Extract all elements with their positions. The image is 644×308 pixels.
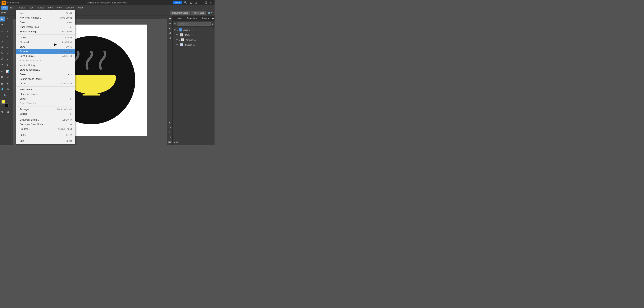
direct-selection-tool[interactable]: ↖ [5, 17, 10, 22]
menu-close[interactable]: Close Ctrl+W [16, 35, 75, 40]
menu-object[interactable]: Object [16, 6, 27, 10]
menu-package[interactable]: Package... Alt+Shift+Ctrl+P [16, 107, 75, 112]
image-layer-row[interactable]: 👁 · I <Image> [175, 42, 214, 47]
menu-select[interactable]: Select [36, 6, 46, 10]
measure-tool[interactable]: ⚖ [5, 86, 10, 91]
close-button[interactable]: ✕ [209, 1, 213, 5]
group-expand-arrow[interactable]: ▶ [179, 39, 180, 41]
menu-browse-bridge[interactable]: Browse in Bridge... Alt+Ctrl+O [16, 29, 75, 34]
pathfinder-tool[interactable]: ♦ [168, 26, 172, 30]
delete-layer-button[interactable]: 🗑 [176, 141, 178, 144]
align-top-tool[interactable]: ⬒ [168, 17, 172, 21]
layer-target-circle[interactable] [190, 29, 192, 31]
preferences-button[interactable]: Preferences [191, 11, 206, 15]
image-visibility-toggle[interactable]: 👁 [176, 44, 178, 46]
menu-place[interactable]: Place... Shift+Ctrl+P [16, 81, 75, 86]
type-tool[interactable]: T [0, 34, 5, 39]
menu-new[interactable]: New... Ctrl+N [16, 11, 75, 16]
magic-wand-tool[interactable]: ✦ [0, 22, 5, 27]
rotate-tool[interactable]: ↺ [0, 57, 5, 62]
menu-scripts[interactable]: Scripts ▶ [16, 112, 75, 116]
search-button[interactable]: 🔍 [183, 1, 188, 5]
menu-view[interactable]: View [55, 6, 64, 10]
menu-save-as[interactable]: Save As... Shift+Ctrl+S [16, 49, 75, 54]
screen-mode-button[interactable]: ⬚ [2, 116, 8, 121]
toolbar-extra-button[interactable]: ⚙️ ▾ [207, 11, 214, 15]
line-tool[interactable]: ╱ [0, 39, 5, 44]
search-filter-icon[interactable]: ⊘ [212, 23, 214, 25]
add-layer-button[interactable]: + [174, 141, 175, 144]
scale-tool[interactable]: ⤢ [5, 57, 10, 62]
type-side-tool[interactable]: T [168, 116, 172, 120]
layer-visibility-toggle[interactable]: 👁 [174, 29, 176, 31]
menu-open[interactable]: Open... Ctrl+O [16, 20, 75, 25]
more-tools-button[interactable]: ··· [2, 139, 8, 144]
zoom-tool[interactable]: 🔍 [0, 93, 10, 98]
layer-1-row[interactable]: 👁 ▶ L Layer 1 [172, 28, 214, 33]
curvature-tool[interactable]: ∿ [5, 29, 10, 34]
path-layer-row[interactable]: 👁 · P <Path> [175, 33, 214, 37]
menu-type[interactable]: Type [27, 6, 36, 10]
image-tool[interactable]: 🖼 [168, 31, 172, 35]
artboard-tool[interactable]: ⊠ [0, 74, 5, 79]
restore-button[interactable]: ❐ [204, 1, 208, 5]
column-graph-tool[interactable]: 📊 [5, 69, 10, 74]
crop-tool[interactable]: ⊞ [168, 36, 172, 40]
eraser-tool[interactable]: ◻ [5, 50, 10, 55]
menu-revert[interactable]: Revert F12 [16, 72, 75, 77]
path-visibility-toggle[interactable]: 👁 [176, 34, 178, 36]
tab-tool[interactable]: ⇥ [168, 135, 172, 139]
shaper-tool[interactable]: ⬡ [0, 50, 5, 55]
glyphs-tool[interactable]: ⌨ [168, 140, 172, 144]
eyedropper-tool[interactable]: 💧 [0, 86, 5, 91]
warp-tool[interactable]: ≈ [0, 62, 5, 67]
search-input[interactable] [177, 22, 211, 26]
menu-print[interactable]: Print... Ctrl+P [16, 133, 75, 137]
menu-help[interactable]: Help [76, 6, 85, 10]
menu-save[interactable]: Save Ctrl+S [16, 45, 75, 49]
gradient-tool[interactable]: ▦ [0, 81, 5, 86]
menu-version-history[interactable]: Version History [16, 63, 75, 68]
arrange-button[interactable]: ⊞ [189, 1, 193, 5]
free-transform-tool[interactable]: ⊹ [5, 62, 10, 67]
menu-document-color-mode[interactable]: Document Color Mode ▶ [16, 122, 75, 127]
transform-tool[interactable]: ⊕ [168, 21, 172, 26]
pen-tool[interactable]: ✒ [0, 29, 5, 34]
blend-tool[interactable]: ∞ [0, 69, 5, 74]
fullscreen-button[interactable]: □ [194, 1, 198, 5]
share-button[interactable]: Share [173, 1, 182, 5]
menu-search-stock[interactable]: Search Adobe Stock... [16, 77, 75, 81]
group-layer-row[interactable]: 👁 ▶ G <Group> [175, 37, 214, 42]
minimize-button[interactable]: — [198, 1, 203, 5]
selection-tool[interactable]: ▶ [0, 17, 5, 22]
document-setup-button[interactable]: Document Setup [170, 11, 190, 15]
image-target-circle[interactable] [193, 44, 195, 46]
group-target-circle[interactable] [194, 39, 196, 41]
touch-type-tool[interactable]: T̲ [5, 34, 10, 39]
menu-save-copy[interactable]: Save a Copy... Alt+Ctrl+S [16, 54, 75, 58]
stroke-color[interactable] [5, 104, 8, 107]
paintbrush-tool[interactable]: 🖌 [0, 45, 5, 50]
fill-color[interactable] [2, 100, 5, 104]
menu-document-setup[interactable]: Document Setup... Alt+Ctrl+P [16, 118, 75, 122]
slice-tool[interactable]: ⊡ [5, 74, 10, 79]
layer-expand-arrow[interactable]: ▶ [176, 29, 178, 31]
tab-layers[interactable]: Layers [172, 16, 186, 21]
menu-new-from-template[interactable]: New from Template... Shift+Ctrl+N [16, 16, 75, 20]
menu-share-review[interactable]: Share for Review... [16, 92, 75, 97]
gradient-fill-button[interactable]: ▤ [5, 109, 10, 114]
fill-none-button[interactable]: ⊘ [0, 109, 5, 114]
menu-open-recent[interactable]: Open Recent Files ▶ [16, 25, 75, 29]
menu-edit[interactable]: Edit [8, 6, 16, 10]
menu-effect[interactable]: Effect [46, 6, 55, 10]
menu-window[interactable]: Window [64, 6, 76, 10]
panel-options-button[interactable]: ☰ [211, 16, 214, 21]
lasso-tool[interactable]: ⊃ [5, 22, 10, 27]
menu-file[interactable]: File [1, 6, 8, 10]
menu-invite[interactable]: Invite to Edit... [16, 87, 75, 92]
para-tool[interactable]: ¶ [168, 120, 172, 125]
open-type-tool[interactable]: ℓ [168, 130, 172, 134]
menu-exit[interactable]: Exit Ctrl+Q [16, 139, 75, 143]
pencil-tool[interactable]: ✏ [5, 45, 10, 50]
menu-export[interactable]: Export ▶ [16, 97, 75, 101]
